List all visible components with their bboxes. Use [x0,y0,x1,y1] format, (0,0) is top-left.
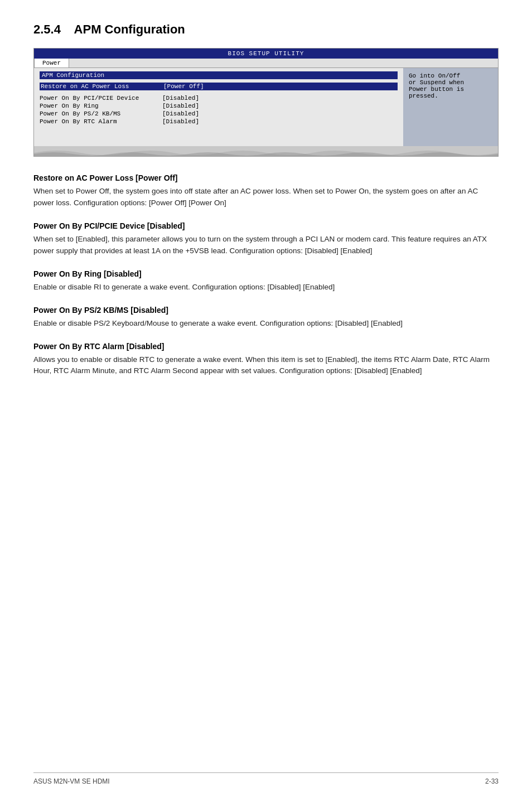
bios-label-ring: Power On By Ring [40,103,162,109]
doc-body-ps2: Enable or disable PS/2 Keyboard/Mouse to… [33,318,499,330]
section-title-text: APM Configuration [74,22,185,36]
page-section: 2.5.4 APM Configuration BIOS SETUP UTILI… [33,22,499,377]
doc-body-restore: When set to Power Off, the system goes i… [33,186,499,209]
bios-header-text: BIOS SETUP UTILITY [228,50,304,57]
bios-row-ring[interactable]: Power On By Ring [Disabled] [40,103,398,109]
doc-body-ring: Enable or disable RI to generate a wake … [33,282,499,293]
doc-heading-pci: Power On By PCI/PCIE Device [Disabled] [33,221,499,230]
section-number: 2.5.4 [33,22,61,36]
doc-heading-rtc: Power On By RTC Alarm [Disabled] [33,342,499,351]
page-footer: ASUS M2N-VM SE HDMI 2-33 [33,772,499,785]
doc-section-rtc: Power On By RTC Alarm [Disabled] Allows … [33,342,499,378]
bios-value-rtc: [Disabled] [162,118,199,125]
doc-section-ps2: Power On By PS/2 KB/MS [Disabled] Enable… [33,306,499,330]
bios-row-rtc[interactable]: Power On By RTC Alarm [Disabled] [40,118,398,125]
bios-tab-power[interactable]: Power [34,59,69,67]
bios-row-restore[interactable]: Restore on AC Power Loss [Power Off] [40,83,398,90]
footer-left: ASUS M2N-VM SE HDMI [33,777,110,785]
bios-wave [34,146,498,156]
bios-section-label: APM Configuration [42,72,104,79]
bios-row-ps2[interactable]: Power On By PS/2 KB/MS [Disabled] [40,110,398,117]
bios-sidebar: Go into On/Offor Suspend whenPower butto… [403,68,498,146]
doc-section-restore: Restore on AC Power Loss [Power Off] Whe… [33,173,499,209]
bios-label-restore: Restore on AC Power Loss [41,83,163,90]
doc-section-ring: Power On By Ring [Disabled] Enable or di… [33,269,499,293]
bios-tab-row: Power [34,59,498,68]
bios-value-restore: [Power Off] [163,83,204,90]
doc-section-pci: Power On By PCI/PCIE Device [Disabled] W… [33,221,499,257]
doc-heading-ps2: Power On By PS/2 KB/MS [Disabled] [33,306,499,315]
bios-tab-label: Power [42,60,61,66]
bios-label-ps2: Power On By PS/2 KB/MS [40,110,162,117]
bios-row-pci[interactable]: Power On By PCI/PCIE Device [Disabled] [40,95,398,102]
bios-sidebar-text: Go into On/Offor Suspend whenPower butto… [409,73,464,99]
footer-right: 2-33 [485,777,499,785]
bios-value-pci: [Disabled] [162,95,199,102]
doc-heading-ring: Power On By Ring [Disabled] [33,269,499,278]
bios-screenshot: BIOS SETUP UTILITY Power APM Configurati… [33,48,499,157]
bios-header: BIOS SETUP UTILITY [34,49,498,59]
doc-heading-restore: Restore on AC Power Loss [Power Off] [33,173,499,182]
doc-body-rtc: Allows you to enable or disable RTC to g… [33,354,499,378]
bios-label-pci: Power On By PCI/PCIE Device [40,95,162,102]
bios-value-ps2: [Disabled] [162,110,199,117]
bios-value-ring: [Disabled] [162,103,199,109]
section-title: 2.5.4 APM Configuration [33,22,499,37]
bios-label-rtc: Power On By RTC Alarm [40,118,162,125]
bios-content: APM Configuration Restore on AC Power Lo… [34,68,498,146]
bios-main: APM Configuration Restore on AC Power Lo… [34,68,403,146]
bios-section-header: APM Configuration [40,71,398,79]
doc-body-pci: When set to [Enabled], this parameter al… [33,234,499,257]
